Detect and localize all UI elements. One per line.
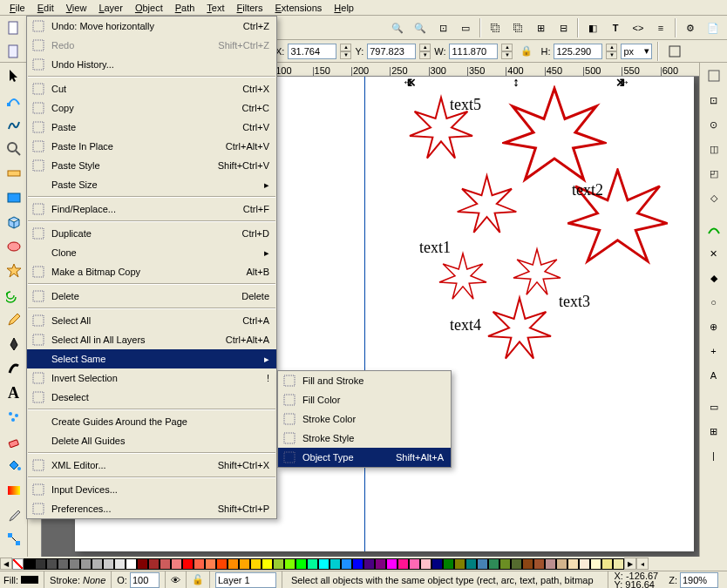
affect-button[interactable] [664,41,685,62]
color-swatch[interactable] [499,558,511,570]
menu-edit[interactable]: Edit [31,2,60,14]
snap-path-button[interactable] [703,218,725,240]
menu-item-redo[interactable]: RedoShift+Ctrl+Z [27,36,276,55]
text-tool[interactable]: A [3,382,25,404]
stroke-indicator[interactable]: Stroke: None [50,571,112,588]
snap-grid-button[interactable]: ⊞ [703,420,725,443]
doc-props-icon[interactable]: 📄 [703,17,724,38]
pen-tool[interactable] [3,333,25,355]
clone-icon[interactable]: ⿻ [507,17,528,38]
color-swatch[interactable] [601,558,613,570]
layer-selector[interactable]: Layer 1 [215,571,282,588]
zoom-input[interactable]: 190% [680,572,718,588]
x-input[interactable]: 31.764 [288,44,336,59]
color-swatch[interactable] [465,558,477,570]
color-swatch[interactable] [307,558,318,570]
menu-item-create-guides-around-the-page[interactable]: Create Guides Around the Page [27,412,276,431]
spray-tool[interactable] [3,406,25,429]
menu-text[interactable]: Text [200,2,230,14]
xml-icon[interactable]: <> [628,17,649,38]
align-icon[interactable]: ≡ [650,17,671,38]
zoom-page-icon[interactable]: ▭ [455,17,476,38]
menu-item-paste[interactable]: PasteCtrl+V [27,118,276,137]
menu-item-paste-size[interactable]: Paste Size▸ [27,175,276,194]
color-swatch[interactable] [352,558,364,570]
menu-item-object-type[interactable]: Object TypeShift+Alt+A [278,448,451,467]
menu-filters[interactable]: Filters [231,2,269,14]
tweak-tool[interactable] [3,113,25,136]
color-swatch[interactable] [296,558,307,570]
h-input[interactable]: 125.290 [554,44,602,59]
menu-view[interactable]: View [60,2,93,14]
color-swatch[interactable] [567,558,579,570]
lock-toggle[interactable]: 🔓 [192,571,210,588]
menu-item-delete[interactable]: DeleteDelete [27,287,276,306]
duplicate-icon[interactable]: ⿻ [485,17,506,38]
color-swatch[interactable] [318,558,330,570]
fill-stroke-icon[interactable]: ◧ [582,17,603,38]
snap-guide-button[interactable]: | [703,444,725,467]
color-swatch[interactable] [579,558,590,570]
star-shape[interactable] [485,294,554,364]
color-swatch[interactable] [160,558,171,570]
color-swatch[interactable] [35,558,46,570]
w-input[interactable]: 111.870 [449,44,498,59]
color-swatch[interactable] [454,558,465,570]
menu-item-paste-in-place[interactable]: Paste In PlaceCtrl+Alt+V [27,137,276,156]
measure-tool[interactable] [3,162,25,185]
snap-midpoint-button[interactable]: ◇ [703,186,725,209]
star-shape[interactable] [511,247,563,299]
menu-item-delete-all-guides[interactable]: Delete All Guides [27,431,276,450]
selection-handle[interactable]: ↙ [406,77,417,87]
selector-tool[interactable] [3,64,25,87]
color-swatch[interactable] [171,558,182,570]
color-swatch[interactable] [273,558,284,570]
color-swatch[interactable] [477,558,488,570]
star-shape[interactable] [437,251,489,303]
menu-item-deselect[interactable]: Deselect [27,388,276,407]
selection-handle[interactable]: ↘ [615,77,626,87]
palette-scroll-left[interactable]: ◀ [0,558,12,570]
snap-corner-button[interactable]: ◰ [703,162,725,185]
zoom-fit-icon[interactable]: ⊡ [432,17,453,38]
snap-smooth-button[interactable]: ○ [703,291,725,314]
color-swatch[interactable] [443,558,454,570]
menu-item-duplicate[interactable]: DuplicateCtrl+D [27,224,276,243]
color-swatch[interactable] [148,558,160,570]
color-swatch[interactable] [556,558,567,570]
snap-button[interactable] [703,64,725,87]
connector-tool[interactable] [3,528,25,551]
color-swatch[interactable] [284,558,296,570]
node-tool[interactable] [3,89,25,112]
color-swatch[interactable] [613,558,624,570]
color-swatch[interactable] [182,558,194,570]
pencil-tool[interactable] [3,308,25,331]
fill-indicator[interactable]: Fill: [3,571,44,588]
star-shape[interactable] [454,172,520,238]
color-swatch[interactable] [216,558,228,570]
color-swatch[interactable] [397,558,409,570]
palette-menu[interactable]: ◂ [636,558,649,570]
menu-item-xml-editor[interactable]: XML Editor...Shift+Ctrl+X [27,456,276,475]
color-swatch[interactable] [431,558,443,570]
gradient-tool[interactable] [3,479,25,502]
menu-item-stroke-style[interactable]: Stroke Style [278,429,451,448]
color-swatch[interactable] [103,558,114,570]
snap-page-button[interactable]: ▭ [703,395,725,418]
color-swatch[interactable] [590,558,601,570]
bucket-tool[interactable] [3,455,25,477]
snap-text-button[interactable]: A [703,364,725,387]
group-icon[interactable]: ⊞ [530,17,551,38]
spiral-tool[interactable] [3,284,25,307]
color-swatch[interactable] [92,558,103,570]
text-object[interactable]: text2 [572,181,603,199]
prefs-icon[interactable]: ⚙ [680,17,701,38]
color-swatch[interactable] [545,558,556,570]
color-swatch[interactable] [250,558,262,570]
color-swatch[interactable] [126,558,137,570]
text-object[interactable]: text5 [450,96,481,114]
text-object[interactable]: text4 [450,316,481,335]
snap-edge-button[interactable]: ◫ [703,138,725,160]
color-swatch[interactable] [228,558,239,570]
new-button[interactable] [3,18,24,38]
